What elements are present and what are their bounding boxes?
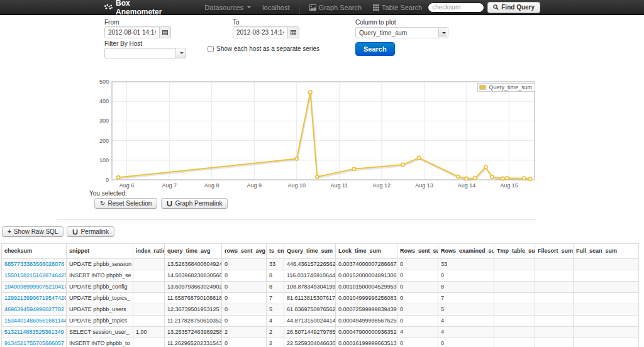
x-tick-label: Aug 8 [204,182,219,189]
checksum-link[interactable]: 15344014860561681144 [2,316,67,327]
table-cell [574,282,639,293]
checksum-link[interactable]: 5132114883525361349 [2,327,67,338]
x-tick-label: Aug 15 [500,182,518,189]
data-point[interactable] [418,157,421,160]
nav-items: Datasources localhost Graph Search [199,0,428,15]
checksum-link[interactable]: 10490989999075210417 [2,282,67,293]
data-point[interactable] [117,176,120,179]
column-header[interactable]: query_time_avg [165,244,222,259]
column-header[interactable]: ts_cnt [267,244,284,259]
checksum-link[interactable]: 12992139906719547420 [2,293,67,304]
column-header[interactable]: Rows_examined_sum [438,244,494,259]
separate-series-checkbox[interactable] [208,46,214,52]
checksum-link[interactable]: 15501582151628746425 [2,270,67,282]
table-action-buttons: + Show Raw SQL Permalink [2,226,114,237]
from-date-input[interactable] [104,26,160,38]
column-header[interactable]: Filesort_sum [535,244,574,259]
data-point[interactable] [506,177,509,180]
data-point[interactable] [309,91,312,94]
data-point[interactable] [465,177,468,180]
filter-by-host-dropdown-button[interactable] [176,48,186,58]
separate-series-label: Show each host as a separate series [216,45,319,52]
checksum-link[interactable]: 6857733383566028078 [2,259,67,270]
column-to-plot-value: Query_time_sum [359,30,407,36]
table-cell: 1.00 [133,327,165,338]
query-results-table: checksumsnippetindex_ratioquery_time_avg… [1,243,639,347]
data-point[interactable] [529,177,532,180]
table-cell [574,338,639,347]
table-row: 5132114883525361349SELECT session_user_1… [2,327,639,338]
data-point[interactable] [523,177,526,180]
table-row: 4696394594996027782UPDATE phpbb_users12.… [2,304,639,316]
table-cell: 0 [222,338,267,347]
column-header[interactable]: Lock_time_sum [336,244,397,259]
checksum-link[interactable]: 4696394594996027782 [2,304,67,316]
nav-datasources-label: Datasources [204,4,243,11]
column-header[interactable]: checksum [2,244,67,259]
column-header[interactable]: Query_time_sum [284,244,336,259]
column-header[interactable]: Tmp_table_sum [494,244,535,259]
column-to-plot-select[interactable]: Query_time_sum [355,27,448,38]
data-point[interactable] [316,175,319,179]
show-raw-sql-button[interactable]: + Show Raw SQL [2,226,64,237]
table-cell [535,282,574,293]
table-cell [574,259,639,270]
table-cell [494,327,535,338]
data-point[interactable] [501,177,504,180]
data-point[interactable] [474,177,477,180]
table-cell: UPDATE phpbb_config [67,282,133,293]
x-tick-label: Aug 14 [458,182,476,189]
column-header[interactable]: rows_sent_avg [222,244,267,259]
checksum-link[interactable]: 9134521755705686057 [2,338,67,347]
to-calendar-button[interactable] [288,26,299,38]
link-icon [72,229,78,235]
nav-datasources[interactable]: Datasources [199,0,257,15]
nav-graph-search[interactable]: Graph Search [304,0,367,15]
filter-by-host-label: Filter By Host [104,40,142,47]
to-date-input[interactable] [233,26,288,38]
permalink-button[interactable]: Permalink [67,226,114,237]
table-cell: 0.0004949999856762588 [336,316,397,327]
refresh-icon: ↻ [100,201,105,206]
chart-plot-area[interactable]: 0100200300400500Aug 6Aug 7Aug 8Aug 9Aug … [93,79,541,196]
table-cell [133,282,165,293]
table-cell [494,316,535,327]
data-point[interactable] [295,157,298,160]
table-cell: 0.00047900000936351717 [336,327,397,338]
table-cell: 0 [397,316,438,327]
nav-localhost[interactable]: localhost [257,0,295,15]
find-query-button[interactable]: Find Query [487,2,540,13]
column-header[interactable]: Full_scan_sum [574,244,639,259]
checksum-search-input[interactable] [428,3,484,13]
data-point[interactable] [401,163,404,166]
column-header[interactable]: Rows_sent_sum [397,244,438,259]
x-tick-label: Aug 9 [247,182,262,189]
table-cell [574,293,639,304]
graph-permalink-button[interactable]: Graph Permalink [161,198,228,209]
x-tick-label: Aug 12 [373,182,391,189]
brand[interactable]: Box Anemometer [104,0,164,16]
table-cell [494,259,535,270]
data-point[interactable] [457,175,460,178]
picture-icon [309,4,316,11]
table-cell: 11.658768790108818 [165,293,222,304]
table-cell: UPDATE phpbb_users [67,304,133,316]
column-header[interactable]: snippet [67,244,133,259]
filter-by-host-input[interactable] [104,48,176,58]
column-header[interactable]: index_ratio [133,244,165,259]
data-point[interactable] [352,167,355,170]
x-tick-label: Aug 13 [415,182,433,189]
from-calendar-button[interactable] [160,26,171,38]
query-time-chart[interactable]: 0100200300400500Aug 6Aug 7Aug 8Aug 9Aug … [93,79,541,193]
data-point[interactable] [491,175,494,179]
reset-selection-button[interactable]: ↻ Reset Selection [94,198,157,209]
table-cell: 8 [267,270,284,282]
y-tick-label: 100 [99,157,109,163]
search-button[interactable]: Search [355,42,395,56]
table-cell: 0 [397,293,438,304]
data-point[interactable] [484,165,487,168]
table-cell: 0 [222,304,267,316]
table-cell: 4 [267,316,284,327]
nav-table-search[interactable]: Table Search [367,0,428,15]
table-cell: 33 [267,259,284,270]
